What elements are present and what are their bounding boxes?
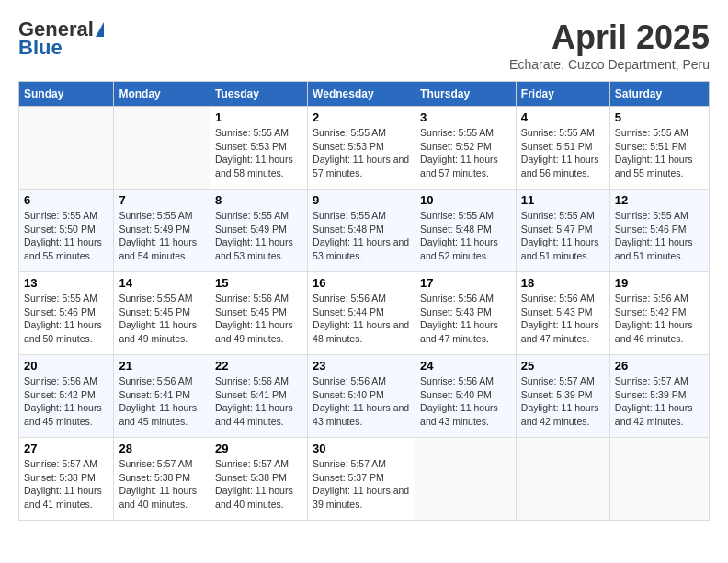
day-number: 18	[521, 276, 605, 290]
day-info: Sunrise: 5:57 AMSunset: 5:38 PMDaylight:…	[24, 457, 108, 511]
calendar-cell: 21Sunrise: 5:56 AMSunset: 5:41 PMDayligh…	[114, 355, 210, 438]
day-number: 7	[119, 193, 205, 207]
day-info: Sunrise: 5:56 AMSunset: 5:42 PMDaylight:…	[615, 292, 704, 346]
main-title: April 2025	[509, 18, 710, 57]
day-info: Sunrise: 5:56 AMSunset: 5:43 PMDaylight:…	[420, 292, 511, 346]
day-number: 22	[215, 359, 302, 373]
calendar-cell: 11Sunrise: 5:55 AMSunset: 5:47 PMDayligh…	[516, 190, 609, 272]
day-number: 8	[215, 193, 302, 207]
calendar-header-row: SundayMondayTuesdayWednesdayThursdayFrid…	[19, 82, 710, 107]
day-number: 2	[313, 110, 410, 124]
calendar-cell: 13Sunrise: 5:55 AMSunset: 5:46 PMDayligh…	[19, 272, 114, 355]
calendar-cell: 4Sunrise: 5:55 AMSunset: 5:51 PMDaylight…	[516, 107, 609, 190]
day-number: 20	[24, 359, 108, 373]
calendar-cell: 8Sunrise: 5:55 AMSunset: 5:49 PMDaylight…	[210, 190, 308, 272]
column-header-saturday: Saturday	[609, 82, 709, 107]
day-info: Sunrise: 5:55 AMSunset: 5:53 PMDaylight:…	[313, 126, 410, 180]
day-info: Sunrise: 5:56 AMSunset: 5:43 PMDaylight:…	[521, 292, 605, 346]
day-number: 21	[119, 359, 205, 373]
calendar-cell: 3Sunrise: 5:55 AMSunset: 5:52 PMDaylight…	[415, 107, 517, 190]
day-number: 25	[521, 359, 605, 373]
day-number: 26	[615, 359, 704, 373]
day-info: Sunrise: 5:55 AMSunset: 5:46 PMDaylight:…	[24, 292, 108, 346]
calendar-cell: 14Sunrise: 5:55 AMSunset: 5:45 PMDayligh…	[114, 272, 210, 355]
day-info: Sunrise: 5:57 AMSunset: 5:38 PMDaylight:…	[119, 457, 205, 511]
calendar-cell: 10Sunrise: 5:55 AMSunset: 5:48 PMDayligh…	[415, 190, 517, 272]
day-number: 13	[24, 276, 108, 290]
day-info: Sunrise: 5:55 AMSunset: 5:48 PMDaylight:…	[420, 209, 511, 263]
day-info: Sunrise: 5:55 AMSunset: 5:45 PMDaylight:…	[119, 292, 205, 346]
day-info: Sunrise: 5:56 AMSunset: 5:40 PMDaylight:…	[313, 374, 410, 429]
day-number: 1	[215, 110, 302, 124]
calendar-cell: 28Sunrise: 5:57 AMSunset: 5:38 PMDayligh…	[114, 438, 210, 521]
day-number: 30	[313, 442, 410, 455]
day-number: 10	[420, 193, 511, 207]
day-info: Sunrise: 5:55 AMSunset: 5:49 PMDaylight:…	[119, 209, 205, 263]
day-number: 5	[615, 110, 704, 124]
day-number: 14	[119, 276, 205, 290]
day-number: 27	[24, 442, 108, 455]
day-info: Sunrise: 5:56 AMSunset: 5:41 PMDaylight:…	[215, 374, 302, 429]
calendar-cell: 7Sunrise: 5:55 AMSunset: 5:49 PMDaylight…	[114, 190, 210, 272]
day-number: 12	[615, 193, 704, 207]
calendar-cell: 2Sunrise: 5:55 AMSunset: 5:53 PMDaylight…	[308, 107, 415, 190]
column-header-friday: Friday	[516, 82, 609, 107]
calendar-cell	[114, 107, 210, 190]
day-number: 6	[24, 193, 108, 207]
calendar-cell: 30Sunrise: 5:57 AMSunset: 5:37 PMDayligh…	[308, 438, 415, 521]
calendar-week-5: 27Sunrise: 5:57 AMSunset: 5:38 PMDayligh…	[19, 438, 710, 521]
page-header: General Blue April 2025 Echarate, Cuzco …	[18, 18, 710, 72]
day-info: Sunrise: 5:57 AMSunset: 5:39 PMDaylight:…	[521, 374, 605, 429]
day-info: Sunrise: 5:57 AMSunset: 5:38 PMDaylight:…	[215, 457, 302, 511]
day-info: Sunrise: 5:55 AMSunset: 5:47 PMDaylight:…	[521, 209, 605, 263]
calendar-cell: 19Sunrise: 5:56 AMSunset: 5:42 PMDayligh…	[609, 272, 709, 355]
calendar-cell: 15Sunrise: 5:56 AMSunset: 5:45 PMDayligh…	[210, 272, 308, 355]
column-header-wednesday: Wednesday	[308, 82, 415, 107]
day-info: Sunrise: 5:55 AMSunset: 5:48 PMDaylight:…	[313, 209, 410, 263]
day-info: Sunrise: 5:55 AMSunset: 5:53 PMDaylight:…	[215, 126, 302, 180]
day-number: 24	[420, 359, 511, 373]
day-number: 4	[521, 110, 605, 124]
title-block: April 2025 Echarate, Cuzco Department, P…	[509, 18, 710, 72]
day-info: Sunrise: 5:55 AMSunset: 5:50 PMDaylight:…	[24, 209, 108, 263]
column-header-thursday: Thursday	[415, 82, 517, 107]
day-info: Sunrise: 5:55 AMSunset: 5:51 PMDaylight:…	[615, 126, 704, 180]
day-number: 16	[313, 276, 410, 290]
day-number: 23	[313, 359, 410, 373]
calendar-table: SundayMondayTuesdayWednesdayThursdayFrid…	[18, 81, 710, 521]
calendar-cell	[609, 438, 709, 521]
day-info: Sunrise: 5:55 AMSunset: 5:46 PMDaylight:…	[615, 209, 704, 263]
calendar-week-1: 1Sunrise: 5:55 AMSunset: 5:53 PMDaylight…	[19, 107, 710, 190]
day-number: 29	[215, 442, 302, 455]
calendar-cell: 29Sunrise: 5:57 AMSunset: 5:38 PMDayligh…	[210, 438, 308, 521]
day-info: Sunrise: 5:55 AMSunset: 5:52 PMDaylight:…	[420, 126, 511, 180]
calendar-cell: 20Sunrise: 5:56 AMSunset: 5:42 PMDayligh…	[19, 355, 114, 438]
calendar-cell: 22Sunrise: 5:56 AMSunset: 5:41 PMDayligh…	[210, 355, 308, 438]
column-header-monday: Monday	[114, 82, 210, 107]
calendar-week-2: 6Sunrise: 5:55 AMSunset: 5:50 PMDaylight…	[19, 190, 710, 272]
logo-triangle	[96, 22, 104, 37]
calendar-cell: 23Sunrise: 5:56 AMSunset: 5:40 PMDayligh…	[308, 355, 415, 438]
calendar-cell: 9Sunrise: 5:55 AMSunset: 5:48 PMDaylight…	[308, 190, 415, 272]
column-header-tuesday: Tuesday	[210, 82, 308, 107]
day-number: 15	[215, 276, 302, 290]
calendar-week-3: 13Sunrise: 5:55 AMSunset: 5:46 PMDayligh…	[19, 272, 710, 355]
calendar-week-4: 20Sunrise: 5:56 AMSunset: 5:42 PMDayligh…	[19, 355, 710, 438]
calendar-cell: 27Sunrise: 5:57 AMSunset: 5:38 PMDayligh…	[19, 438, 114, 521]
calendar-cell: 6Sunrise: 5:55 AMSunset: 5:50 PMDaylight…	[19, 190, 114, 272]
calendar-cell: 16Sunrise: 5:56 AMSunset: 5:44 PMDayligh…	[308, 272, 415, 355]
day-info: Sunrise: 5:57 AMSunset: 5:37 PMDaylight:…	[313, 457, 410, 511]
day-number: 17	[420, 276, 511, 290]
day-info: Sunrise: 5:56 AMSunset: 5:44 PMDaylight:…	[313, 292, 410, 346]
calendar-cell: 18Sunrise: 5:56 AMSunset: 5:43 PMDayligh…	[516, 272, 609, 355]
day-info: Sunrise: 5:55 AMSunset: 5:49 PMDaylight:…	[215, 209, 302, 263]
day-number: 28	[119, 442, 205, 455]
calendar-cell: 26Sunrise: 5:57 AMSunset: 5:39 PMDayligh…	[609, 355, 709, 438]
calendar-cell: 24Sunrise: 5:56 AMSunset: 5:40 PMDayligh…	[415, 355, 517, 438]
calendar-cell: 1Sunrise: 5:55 AMSunset: 5:53 PMDaylight…	[210, 107, 308, 190]
calendar-cell: 5Sunrise: 5:55 AMSunset: 5:51 PMDaylight…	[609, 107, 709, 190]
calendar-cell	[19, 107, 114, 190]
calendar-cell: 12Sunrise: 5:55 AMSunset: 5:46 PMDayligh…	[609, 190, 709, 272]
calendar-cell: 25Sunrise: 5:57 AMSunset: 5:39 PMDayligh…	[516, 355, 609, 438]
day-info: Sunrise: 5:56 AMSunset: 5:45 PMDaylight:…	[215, 292, 302, 346]
